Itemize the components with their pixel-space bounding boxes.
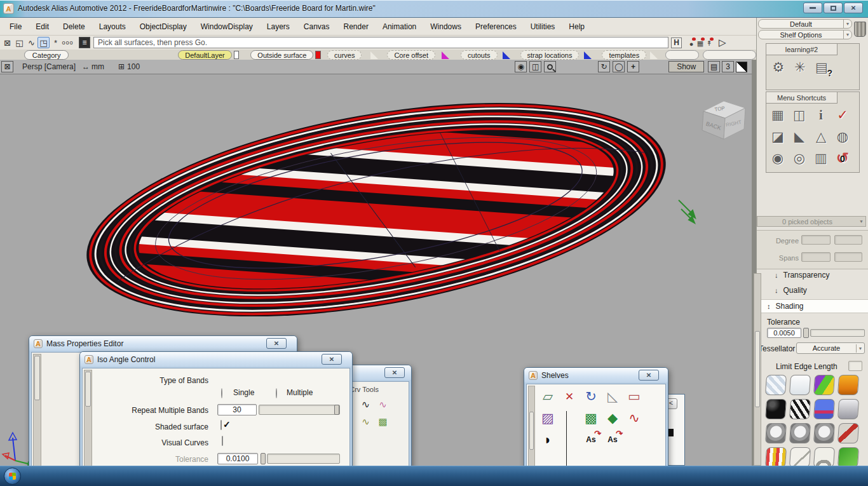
show-menu-button[interactable]: Show bbox=[668, 61, 704, 72]
layer-category-button[interactable]: Category bbox=[24, 50, 69, 60]
iso-tolerance-slider-thumb[interactable] bbox=[261, 453, 266, 464]
layer-curves[interactable]: curves bbox=[327, 50, 362, 60]
section-transparency[interactable]: ↓ Transparency bbox=[775, 271, 829, 280]
tolerance-field[interactable]: 0.0050 bbox=[767, 328, 801, 338]
templates-swatch[interactable] bbox=[650, 51, 658, 59]
close-button[interactable]: ✕ bbox=[844, 3, 863, 13]
repeat-bands-field[interactable]: 30 bbox=[217, 404, 257, 415]
menu-animation[interactable]: Animation bbox=[376, 20, 423, 34]
zero-transform-icon[interactable]: ↺0 bbox=[832, 147, 853, 169]
look-at-icon[interactable]: ◯ bbox=[613, 61, 625, 72]
pick-point-icon[interactable]: * bbox=[50, 37, 62, 48]
diagnostic-shade-icon[interactable]: ◣ bbox=[789, 126, 810, 147]
layer-empty-slot-2[interactable] bbox=[703, 50, 756, 60]
shader-white[interactable] bbox=[789, 375, 811, 395]
toggle-shade-icon[interactable] bbox=[736, 62, 747, 72]
table-editor-icon[interactable]: ▦ bbox=[767, 104, 789, 126]
ruler-icon[interactable]: ▤ bbox=[708, 61, 720, 72]
limit-edge-checkbox[interactable] bbox=[848, 361, 862, 371]
prompt-line[interactable]: Pick all surfaces, then press Go. bbox=[93, 37, 668, 48]
surface-plane-icon[interactable]: ▱ bbox=[537, 386, 559, 407]
history-button[interactable]: H bbox=[671, 37, 682, 48]
as-tool-1-icon[interactable]: As↷ bbox=[580, 429, 602, 450]
shelf-options-dropdown[interactable]: Shelf Options ▼ bbox=[758, 30, 852, 39]
globe-wireframe-icon[interactable]: ◍ bbox=[832, 126, 853, 147]
single-label[interactable]: Single bbox=[233, 388, 254, 397]
layout-shortcut-icon[interactable]: ◫ bbox=[789, 104, 810, 126]
menu-delete[interactable]: Delete bbox=[56, 20, 92, 34]
shader-min-gauge[interactable] bbox=[789, 447, 811, 468]
camera-lock-icon[interactable]: ◫ bbox=[529, 61, 541, 72]
crv-fit-icon[interactable]: ∿ bbox=[357, 413, 374, 430]
crv-plane-icon[interactable]: ∿ bbox=[374, 396, 391, 413]
menu-shortcuts-tab[interactable]: Menu Shortcuts bbox=[766, 92, 837, 104]
start-button[interactable] bbox=[4, 468, 21, 485]
spans-field-1[interactable] bbox=[801, 252, 831, 262]
layer-templates[interactable]: templates bbox=[602, 50, 646, 60]
section-quality[interactable]: ↓ Quality bbox=[775, 286, 807, 295]
panel-scrollbar-thumb[interactable] bbox=[755, 331, 760, 407]
iso-angle-scrollbar-thumb[interactable] bbox=[85, 372, 91, 407]
learning-shelf-tab[interactable]: learning#2 bbox=[766, 44, 837, 55]
blend-edit-icon[interactable]: ∿ bbox=[357, 396, 374, 413]
shader-black[interactable] bbox=[765, 399, 787, 419]
curves-tool-icon[interactable]: ✳ bbox=[789, 57, 811, 78]
section-shading[interactable]: ↕ Shading bbox=[767, 302, 804, 311]
shader-blue-red[interactable] bbox=[813, 399, 835, 419]
menu-file[interactable]: File bbox=[3, 20, 29, 34]
delete-construction-icon[interactable]: ✕ bbox=[559, 386, 580, 407]
trash-icon[interactable] bbox=[854, 22, 866, 37]
cutouts-swatch[interactable] bbox=[503, 51, 510, 59]
menu-render[interactable]: Render bbox=[337, 20, 376, 34]
layer-outside-surface[interactable]: Outside surface bbox=[250, 50, 313, 60]
panes-button[interactable]: 3 bbox=[722, 61, 734, 72]
more-tools-icon[interactable]: ooo bbox=[62, 37, 74, 48]
shaded-surface-checkbox[interactable] bbox=[220, 420, 222, 430]
iso-tolerance-slider-track[interactable] bbox=[267, 454, 340, 464]
shader-button-1[interactable] bbox=[765, 423, 787, 443]
shader-marks[interactable] bbox=[765, 447, 787, 468]
primitives-tool-icon[interactable]: ⚙ bbox=[768, 57, 789, 78]
shade-toggle-icon[interactable]: ◪ bbox=[767, 126, 789, 147]
freeride-board-model[interactable] bbox=[71, 74, 682, 354]
mass-properties-scrollbar[interactable] bbox=[33, 354, 41, 483]
camera-icon[interactable]: ◉ bbox=[515, 61, 527, 72]
green-shell-icon[interactable]: ◆ bbox=[602, 407, 623, 429]
shelves-close-button[interactable]: ✕ bbox=[639, 370, 659, 381]
core-offset-swatch[interactable] bbox=[442, 51, 449, 59]
skin-surface-icon[interactable]: ◺ bbox=[602, 386, 623, 407]
multiple-label[interactable]: Multiple bbox=[287, 388, 313, 397]
promptline-list-icon[interactable]: ≡ bbox=[79, 37, 90, 48]
check-surface-icon[interactable]: ✓ bbox=[832, 104, 853, 126]
shader-silver[interactable] bbox=[837, 399, 859, 419]
shader-green[interactable] bbox=[837, 447, 859, 468]
pick-curve-icon[interactable]: ∿ bbox=[25, 37, 37, 48]
shader-checker[interactable] bbox=[765, 375, 787, 395]
mesh-surface-icon[interactable]: ▨ bbox=[537, 407, 559, 429]
shader-button-2[interactable] bbox=[789, 423, 811, 443]
shelves-scrollbar-thumb[interactable] bbox=[529, 412, 534, 450]
title-bar[interactable]: A Autodesk Alias Automotive 2012 - Freer… bbox=[0, 0, 868, 18]
cone-shade-icon[interactable]: △ bbox=[810, 126, 832, 147]
repeat-bands-slider-thumb[interactable] bbox=[334, 405, 339, 415]
shader-orange[interactable] bbox=[837, 375, 859, 395]
pick-nothing-icon[interactable]: ⊠ bbox=[1, 37, 13, 48]
lights-pair-icon[interactable]: ◎ bbox=[789, 147, 810, 169]
multiple-radio[interactable] bbox=[276, 388, 277, 398]
snap-grid-icon[interactable]: ▦ bbox=[696, 37, 705, 48]
menu-objectdisplay[interactable]: ObjectDisplay bbox=[133, 20, 194, 34]
menu-windowdisplay[interactable]: WindowDisplay bbox=[194, 20, 260, 34]
curve-comb-icon[interactable]: ∿ bbox=[623, 407, 645, 429]
panel-scrollbar[interactable] bbox=[754, 273, 761, 466]
pick-object-icon[interactable]: ◱ bbox=[13, 37, 25, 48]
menu-canvas[interactable]: Canvas bbox=[297, 20, 337, 34]
layer-core-offset[interactable]: Core offset bbox=[387, 50, 435, 60]
iso-tolerance-field[interactable]: 0.0100 bbox=[217, 453, 258, 464]
maximize-button[interactable] bbox=[824, 3, 843, 13]
information-icon[interactable]: i bbox=[810, 104, 832, 126]
revolve-icon[interactable]: ↻ bbox=[580, 386, 602, 407]
grid-spacing-value[interactable]: 100 bbox=[127, 62, 140, 71]
tolerance-slider-thumb[interactable] bbox=[803, 328, 809, 338]
snap-curve-icon[interactable]: ↟ bbox=[705, 37, 714, 48]
single-radio[interactable] bbox=[221, 388, 222, 398]
